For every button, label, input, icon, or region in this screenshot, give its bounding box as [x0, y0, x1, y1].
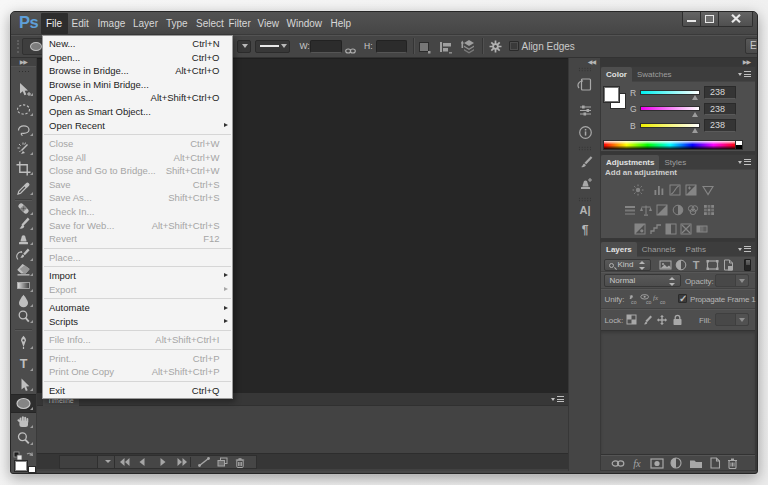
clone-source-panel-icon[interactable]	[569, 174, 601, 192]
panel-menu-icon[interactable]	[738, 246, 751, 253]
magic-wand-tool[interactable]	[11, 140, 36, 157]
slider-thumb[interactable]	[692, 128, 698, 133]
brightness-contrast-adjustment-icon[interactable]	[632, 184, 645, 197]
hue-saturation-adjustment-icon[interactable]	[623, 203, 636, 216]
b-value[interactable]: 238	[704, 119, 736, 132]
panel-menu-icon[interactable]	[738, 71, 751, 78]
menu-edit[interactable]: Edit	[72, 13, 89, 34]
fill-dropdown[interactable]	[237, 40, 251, 53]
filtering-toggle[interactable]	[744, 259, 751, 271]
hand-tool[interactable]	[11, 413, 36, 430]
gradient-map-adjustment-icon[interactable]	[696, 223, 709, 236]
pen-tool[interactable]	[11, 334, 36, 351]
layers-list[interactable]	[601, 330, 755, 454]
path-alignment-icon[interactable]	[439, 40, 453, 58]
background-color-swatch[interactable]	[28, 466, 36, 473]
brush-tool[interactable]	[11, 215, 36, 232]
curves-adjustment-icon[interactable]	[668, 184, 681, 197]
menu-item-open-as-smart-object[interactable]: Open as Smart Object...	[43, 105, 233, 119]
info-panel-icon[interactable]	[569, 123, 601, 141]
menu-item-automate[interactable]: Automate	[43, 301, 233, 315]
menu-select[interactable]: Select	[196, 13, 224, 34]
path-arrangement-icon[interactable]	[461, 38, 477, 58]
tween-button[interactable]	[196, 456, 212, 468]
workspace-button[interactable]: E	[745, 38, 758, 54]
path-operations-icon[interactable]	[418, 40, 431, 58]
filter-kind-dropdown[interactable]: Kind	[604, 259, 651, 271]
menu-filter[interactable]: Filter	[229, 13, 251, 34]
crop-tool[interactable]	[11, 160, 36, 177]
ellipse-tool[interactable]	[11, 394, 36, 413]
lock-all-icon[interactable]	[671, 314, 684, 326]
black-white-adjustment-icon[interactable]	[655, 203, 668, 216]
selective-color-adjustment-icon[interactable]	[680, 223, 693, 236]
delete-frame-button[interactable]	[232, 456, 248, 468]
move-tool[interactable]	[11, 81, 36, 98]
color-lookup-adjustment-icon[interactable]	[702, 203, 715, 216]
minimize-button[interactable]	[682, 12, 701, 27]
r-slider[interactable]	[640, 90, 700, 95]
tab-layers[interactable]: Layers	[601, 242, 637, 257]
dock-collapse[interactable]: ◀◀	[569, 58, 600, 67]
play-button[interactable]	[155, 456, 171, 468]
g-slider[interactable]	[640, 106, 700, 111]
panel-menu-icon[interactable]	[738, 159, 751, 166]
timeline-content[interactable]	[37, 406, 569, 453]
menu-item-import[interactable]: Import	[43, 269, 233, 283]
threshold-adjustment-icon[interactable]	[665, 223, 678, 236]
tab-swatches[interactable]: Swatches	[632, 67, 677, 82]
properties-panel-icon[interactable]	[569, 101, 601, 119]
shape-layer-filter-icon[interactable]	[706, 259, 719, 271]
looping-options-dropdown[interactable]	[98, 456, 115, 468]
b-slider[interactable]	[640, 123, 700, 128]
lock-pixels-icon[interactable]	[640, 314, 653, 326]
g-value[interactable]: 238	[704, 103, 736, 116]
foreground-color-swatch[interactable]	[14, 460, 28, 472]
new-group-button[interactable]	[689, 457, 703, 469]
dodge-tool[interactable]	[11, 308, 36, 325]
menu-item-open-recent[interactable]: Open Recent	[43, 119, 233, 133]
gradient-tool[interactable]	[11, 277, 36, 294]
link-dimensions-icon[interactable]	[345, 41, 356, 59]
options-bar-grip[interactable]	[17, 40, 20, 53]
first-frame-button[interactable]	[116, 456, 132, 468]
stroke-style-dropdown[interactable]	[255, 40, 290, 53]
duplicate-frame-button[interactable]	[214, 456, 230, 468]
new-layer-button[interactable]	[708, 457, 722, 469]
menu-item-new[interactable]: New...Ctrl+N	[43, 37, 233, 51]
menu-item-exit[interactable]: ExitCtrl+Q	[43, 384, 233, 398]
posterize-adjustment-icon[interactable]	[649, 223, 662, 236]
menu-file[interactable]: File	[41, 13, 68, 34]
color-balance-adjustment-icon[interactable]	[640, 203, 653, 216]
menu-item-browse-in-bridge[interactable]: Browse in Bridge...Alt+Ctrl+O	[43, 64, 233, 78]
menu-layer[interactable]: Layer	[133, 13, 158, 34]
menu-item-browse-in-mini-bridge[interactable]: Browse in Mini Bridge...	[43, 78, 233, 92]
default-colors-control[interactable]	[13, 448, 35, 458]
tab-paths[interactable]: Paths	[681, 242, 711, 257]
pixel-layer-filter-icon[interactable]	[659, 259, 672, 271]
close-button[interactable]	[719, 12, 753, 27]
delete-layer-button[interactable]	[725, 457, 739, 469]
type-layer-filter-icon[interactable]: T	[690, 259, 703, 271]
r-value[interactable]: 238	[704, 86, 736, 99]
path-selection-tool[interactable]	[11, 376, 36, 393]
color-spectrum-ramp[interactable]	[603, 140, 737, 151]
menu-help[interactable]: Help	[331, 13, 352, 34]
menu-item-scripts[interactable]: Scripts	[43, 315, 233, 329]
channel-mixer-adjustment-icon[interactable]	[687, 203, 700, 216]
type-tool[interactable]: T	[11, 356, 36, 373]
eyedropper-tool[interactable]	[11, 180, 36, 197]
height-input[interactable]	[376, 40, 408, 53]
exposure-adjustment-icon[interactable]	[685, 184, 698, 197]
menu-item-open[interactable]: Open...Ctrl+O	[43, 51, 233, 65]
frame-delay-box[interactable]	[60, 456, 98, 468]
toolbar-collapse[interactable]: ▶▶	[11, 58, 36, 67]
vibrance-adjustment-icon[interactable]	[701, 184, 714, 197]
invert-adjustment-icon[interactable]	[633, 223, 646, 236]
slider-thumb[interactable]	[692, 95, 698, 100]
previous-frame-button[interactable]	[134, 456, 150, 468]
lasso-tool[interactable]	[11, 121, 36, 138]
unify-visibility-icon[interactable]: co	[639, 293, 652, 305]
menu-window[interactable]: Window	[287, 13, 323, 34]
new-adjustment-layer-button[interactable]	[669, 457, 683, 469]
